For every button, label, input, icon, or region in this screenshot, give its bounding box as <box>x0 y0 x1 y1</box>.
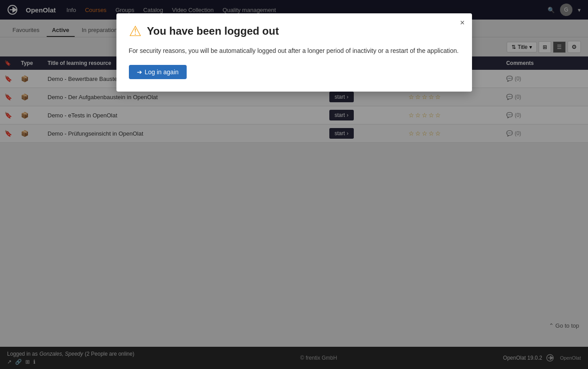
modal-overlay: × ⚠ You have been logged out For securit… <box>0 0 588 369</box>
modal-header: ⚠ You have been logged out <box>129 24 460 38</box>
login-arrow-icon: ➔ <box>137 68 142 76</box>
warning-icon: ⚠ <box>129 24 142 38</box>
modal-close-button[interactable]: × <box>460 19 465 27</box>
modal-body: For security reasons, you will be automa… <box>129 47 460 54</box>
login-again-label: Log in again <box>145 68 179 76</box>
modal-title: You have been logged out <box>147 25 279 37</box>
modal-footer: ➔ Log in again <box>129 65 460 79</box>
login-again-button[interactable]: ➔ Log in again <box>129 65 187 79</box>
logout-modal: × ⚠ You have been logged out For securit… <box>116 13 472 92</box>
